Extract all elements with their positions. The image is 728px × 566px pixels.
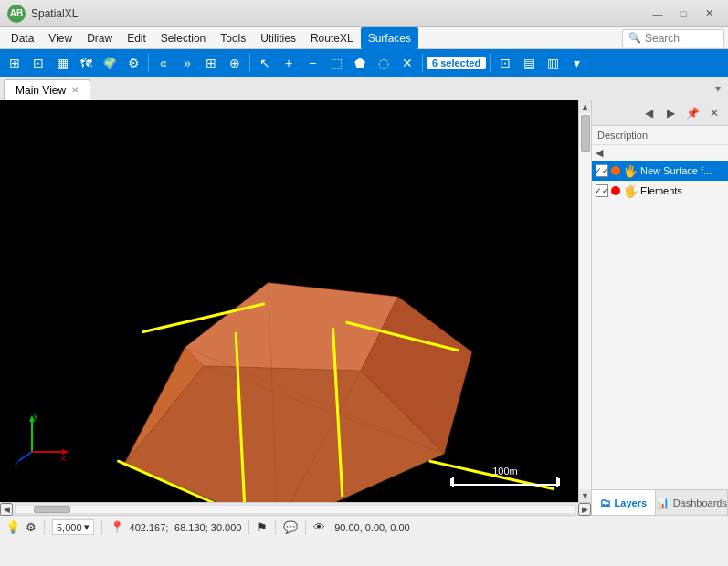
svg-text:x: x — [61, 454, 66, 463]
svg-line-20 — [18, 452, 32, 461]
panel-nav-back[interactable]: ◀ — [592, 145, 728, 161]
gps-icon: 📍 — [110, 520, 124, 534]
tb-export1-btn[interactable]: ⊡ — [494, 52, 516, 74]
tb-more-btn[interactable]: ▾ — [565, 52, 587, 74]
panel-layers: ✓ 🖐 New Surface f... ✓ 🖐 Elements — [592, 161, 728, 489]
tab-close-icon[interactable]: ✕ — [71, 85, 79, 95]
panel-forward-button[interactable]: ▶ — [660, 103, 681, 123]
status-sep-2 — [101, 520, 102, 535]
tab-bar: Main View ✕ ▾ — [0, 77, 728, 100]
menu-surfaces[interactable]: Surfaces — [361, 27, 418, 49]
tb-cross-btn[interactable]: ✕ — [396, 52, 418, 74]
layer-2-icon: 🖐 — [623, 184, 638, 198]
menu-tools[interactable]: Tools — [213, 27, 253, 49]
h-scroll-thumb[interactable] — [34, 506, 70, 513]
maximize-button[interactable]: □ — [671, 5, 695, 23]
horizontal-scrollbar[interactable]: ◀ ▶ — [0, 502, 591, 515]
tb-lasso-btn[interactable]: ◌ — [373, 52, 395, 74]
layer-2-checkbox[interactable]: ✓ — [596, 184, 608, 197]
tb-sep1 — [148, 54, 149, 72]
tb-earth-btn[interactable]: 🌍 — [99, 52, 121, 74]
layer-1-dot — [611, 166, 620, 175]
tab-arrow-icon[interactable]: ▾ — [712, 82, 724, 95]
viewport-and-scrollbar: y x z 100m — [0, 100, 591, 502]
panel-toolbar: ◀ ▶ 📌 ✕ — [592, 100, 728, 126]
tb-grid-btn[interactable]: ⊡ — [27, 52, 49, 74]
layer-item-2[interactable]: ✓ 🖐 Elements — [592, 181, 728, 201]
3d-viewport[interactable]: y x z 100m — [0, 100, 578, 502]
panel-description: Description — [592, 126, 728, 145]
main-view-tab[interactable]: Main View ✕ — [4, 79, 90, 100]
menu-draw[interactable]: Draw — [79, 27, 120, 49]
tb-pointer-btn[interactable]: ⊕ — [224, 52, 246, 74]
scroll-thumb[interactable] — [581, 115, 590, 152]
tb-arrow-btn[interactable]: ↖ — [254, 52, 276, 74]
layer-item-1[interactable]: ✓ 🖐 New Surface f... — [592, 161, 728, 181]
tb-forward-btn[interactable]: » — [176, 52, 198, 74]
panel-tab-layers[interactable]: 🗂 Layers — [592, 490, 656, 515]
tb-poly-btn[interactable]: ⬟ — [349, 52, 371, 74]
right-panel: ◀ ▶ 📌 ✕ Description ◀ ✓ 🖐 New Surface f.… — [591, 100, 728, 515]
scroll-left-button[interactable]: ◀ — [0, 503, 13, 516]
tb-zoomout-btn[interactable]: − — [301, 52, 323, 74]
panel-back-button[interactable]: ◀ — [638, 103, 659, 123]
menu-routexl[interactable]: RouteXL — [303, 27, 361, 49]
app-icon: AB — [7, 5, 26, 23]
layer-1-name: New Surface f... — [640, 165, 712, 176]
layer-1-icon: 🖐 — [623, 164, 638, 178]
flag-icon: ⚑ — [257, 520, 268, 534]
close-button[interactable]: ✕ — [697, 5, 721, 23]
minimize-button[interactable]: — — [646, 5, 670, 23]
coordinates-text: 402.167; -68.130; 30.000 — [130, 522, 242, 533]
zoom-dropdown[interactable]: 5,000 ▾ — [52, 519, 94, 535]
zoom-dropdown-arrow: ▾ — [84, 521, 90, 533]
tb-export2-btn[interactable]: ▤ — [518, 52, 540, 74]
menu-utilities[interactable]: Utilities — [253, 27, 303, 49]
window-controls: — □ ✕ — [646, 5, 721, 23]
scroll-down-button[interactable]: ▼ — [579, 489, 592, 502]
vertical-scrollbar[interactable]: ▲ ▼ — [578, 100, 591, 502]
layers-tab-icon: 🗂 — [600, 497, 611, 509]
tb-grid2-btn[interactable]: ⊞ — [200, 52, 222, 74]
menu-data[interactable]: Data — [4, 27, 41, 49]
panel-close-button[interactable]: ✕ — [704, 103, 724, 123]
layer-1-checkbox[interactable]: ✓ — [596, 164, 608, 177]
tb-sep3 — [422, 54, 423, 72]
chat-icon: 💬 — [283, 520, 298, 534]
tb-select-btn[interactable]: ⬚ — [325, 52, 347, 74]
scroll-right-button[interactable]: ▶ — [578, 503, 591, 516]
eye-icon: 👁 — [313, 520, 325, 534]
menu-bar: Data View Draw Edit Selection Tools Util… — [0, 27, 728, 49]
tb-layer-btn[interactable]: ⊞ — [4, 52, 26, 74]
title-bar: AB SpatialXL — □ ✕ — [0, 0, 728, 27]
panel-pin-button[interactable]: 📌 — [682, 103, 702, 123]
menu-view[interactable]: View — [41, 27, 79, 49]
dashboards-tab-icon: 📊 — [656, 497, 670, 509]
settings-status-icon: ⚙ — [26, 520, 37, 534]
viewport-wrapper: y x z 100m — [0, 100, 591, 515]
tb-sep4 — [490, 54, 491, 72]
scroll-up-button[interactable]: ▲ — [579, 100, 592, 113]
search-bar: 🔍 — [622, 29, 724, 47]
h-scroll-track — [15, 505, 576, 514]
tb-settings-btn[interactable]: ⚙ — [122, 52, 144, 74]
search-icon: 🔍 — [628, 32, 641, 44]
tb-table-btn[interactable]: ▦ — [51, 52, 73, 74]
menu-selection[interactable]: Selection — [153, 27, 213, 49]
search-input[interactable] — [645, 32, 718, 45]
svg-text:z: z — [15, 459, 18, 466]
tb-sep2 — [249, 54, 250, 72]
app-title: SpatialXL — [31, 7, 78, 20]
tb-back-btn[interactable]: « — [153, 52, 174, 74]
3d-scene-svg — [0, 100, 578, 502]
status-bar: 💡 ⚙ 5,000 ▾ 📍 402.167; -68.130; 30.000 ⚑… — [0, 515, 728, 539]
panel-tab-dashboards[interactable]: 📊 Dashboards — [656, 490, 728, 515]
angle-text: -90.00, 0.00, 0.00 — [331, 522, 409, 533]
status-sep-3 — [248, 520, 249, 535]
scale-label: 100m — [492, 466, 518, 477]
tb-map-btn[interactable]: 🗺 — [75, 52, 97, 74]
tb-zoomin-btn[interactable]: + — [278, 52, 300, 74]
menu-edit[interactable]: Edit — [120, 27, 153, 49]
selection-badge: 6 selected — [427, 57, 486, 69]
tb-export3-btn[interactable]: ▥ — [542, 52, 564, 74]
